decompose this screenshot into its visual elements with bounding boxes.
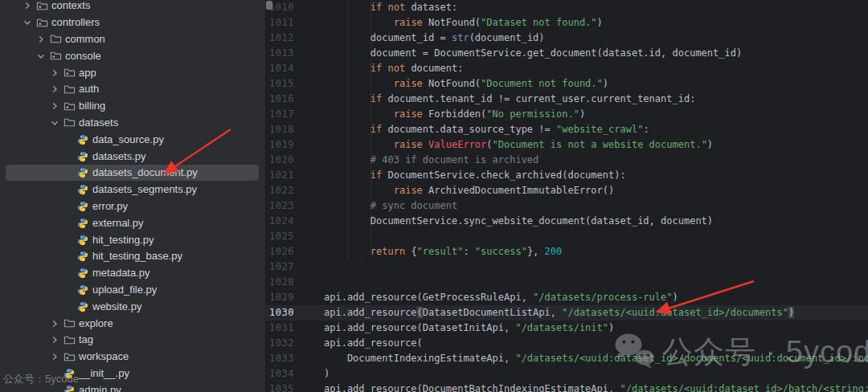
tree-item-console[interactable]: console [0,47,265,64]
code-text: if not dataset: [294,0,457,15]
code-line-1011[interactable]: 1011 raise NotFound("Dataset not found."… [265,15,868,31]
package-folder-icon [63,67,76,79]
tree-item-label: controllers [51,16,100,28]
tree-item-datasets_segments.py[interactable]: datasets_segments.py [0,182,265,198]
code-line-1018[interactable]: 1018 if document.data_source_type != "we… [265,122,868,137]
tree-item-label: billing [79,100,105,112]
tree-item-label: admin.py [79,384,121,392]
code-text: if document.tenant_id != current_user.cu… [294,92,695,107]
code-line-1032[interactable]: 1032api.add_resource( [265,336,868,351]
chevron-collapsed-icon[interactable] [50,352,59,361]
code-line-1028[interactable]: 1028 [265,275,868,290]
code-text: raise Forbidden("No permission.") [294,107,585,122]
tree-item-label: website.py [92,300,141,312]
folder-icon [63,84,76,96]
code-line-1035[interactable]: 1035api.add_resource(DocumentBatchIndexi… [265,382,868,392]
code-line-1026[interactable]: 1026 return {"result": "success"}, 200 [265,244,868,259]
ide-window: contextscontrollerscommonconsoleappauthb… [0,0,868,392]
tree-item-common[interactable]: common [0,31,265,48]
chevron-collapsed-icon[interactable] [50,101,59,111]
chevron-expanded-icon[interactable] [50,118,59,128]
folder-icon [50,33,62,45]
chevron-collapsed-icon[interactable] [23,1,32,10]
tree-item-hit_testing_base.py[interactable]: hit_testing_base.py [0,248,265,265]
chevron-expanded-icon[interactable] [23,18,32,27]
tree-item-upload_file.py[interactable]: upload_file.py [0,282,265,299]
tree-item-datasets_document.py[interactable]: datasets_document.py [0,165,265,182]
code-text: api.add_resource(DocumentBatchIndexingEs… [294,382,868,392]
tree-item-website.py[interactable]: website.py [0,298,265,315]
chevron-collapsed-icon[interactable] [36,35,46,44]
code-line-1025[interactable]: 1025 [265,229,868,244]
tree-item-label: datasets [79,116,118,129]
tree-item-billing[interactable]: billing [0,98,265,115]
tree-item-hit_testing.py[interactable]: hit_testing.py [0,231,265,248]
code-line-1016[interactable]: 1016 if document.tenant_id != current_us… [265,92,868,107]
tree-item-controllers[interactable]: controllers [0,14,265,31]
splitter-handle[interactable] [266,1,272,10]
tree-item-error.py[interactable]: error.py [0,198,265,215]
tree-item-admin.py[interactable]: admin.py [0,382,265,392]
tree-item-label: hit_testing.py [92,234,154,246]
code-line-1030[interactable]: 1030api.add_resource(DatasetDocumentList… [265,305,868,321]
code-text: raise NotFound("Dataset not found.") [294,15,603,31]
tree-item-auth[interactable]: auth [0,81,265,98]
line-number: 1012 [265,31,294,46]
tree-item-app[interactable]: app [0,64,265,81]
code-text: raise ValueError("Document is not a webs… [294,137,713,153]
tree-item-label: data_source.py [92,133,164,145]
tree-item-external.py[interactable]: external.py [0,214,265,231]
code-line-1020[interactable]: 1020 # 403 if document is archived [265,153,868,168]
chevron-collapsed-icon[interactable] [50,319,59,329]
code-line-1022[interactable]: 1022 raise ArchivedDocumentImmutableErro… [265,183,868,198]
code-line-1012[interactable]: 1012 document_id = str(document_id) [265,31,868,46]
project-tree-panel[interactable]: contextscontrollerscommonconsoleappauthb… [0,0,265,392]
line-number: 1014 [265,61,294,76]
python-file-icon [77,167,89,179]
package-folder-icon [63,100,76,112]
tree-item-tag[interactable]: tag [0,332,265,349]
code-line-1010[interactable]: 1010 if not dataset: [265,0,868,15]
code-line-1019[interactable]: 1019 raise ValueError("Document is not a… [265,137,868,153]
code-text: # 403 if document is archived [294,153,538,168]
code-line-1023[interactable]: 1023 # sync document [265,198,868,214]
chevron-expanded-icon[interactable] [36,51,46,61]
code-text: raise NotFound("Document not found.") [294,76,608,92]
tree-item-metadata.py[interactable]: metadata.py [0,265,265,282]
tree-item-contexts[interactable]: contexts [0,0,265,14]
code-editor[interactable]: 1010 if not dataset:1011 raise NotFound(… [265,0,868,392]
line-number: 1022 [265,183,294,198]
tree-item-explore[interactable]: explore [0,315,265,332]
tree-item-workspace[interactable]: workspace [0,349,265,365]
code-line-1013[interactable]: 1013 document = DocumentService.get_docu… [265,46,868,61]
code-line-1031[interactable]: 1031api.add_resource(DatasetInitApi, "/d… [265,321,868,336]
code-line-1021[interactable]: 1021 if DocumentService.check_archived(d… [265,168,868,183]
tree-item-datasets[interactable]: datasets [0,115,265,132]
package-folder-icon [63,351,76,363]
python-file-icon [77,300,89,312]
tree-item-label: explore [79,317,113,329]
tree-item-__init__.py[interactable]: __init__.py [0,365,265,382]
chevron-collapsed-icon[interactable] [50,84,59,94]
code-line-1015[interactable]: 1015 raise NotFound("Document not found.… [265,76,868,92]
code-text [294,229,324,244]
code-line-1034[interactable]: 1034) [265,366,868,382]
code-line-1017[interactable]: 1017 raise Forbidden("No permission.") [265,107,868,122]
chevron-collapsed-icon[interactable] [50,68,59,78]
code-text: return {"result": "success"}, 200 [294,244,562,259]
code-line-1014[interactable]: 1014 if not document: [265,61,868,76]
code-line-1024[interactable]: 1024 DocumentService.sync_website_docume… [265,214,868,229]
tree-item-data_source.py[interactable]: data_source.py [0,131,265,148]
code-line-1033[interactable]: 1033 DocumentIndexingEstimateApi, "/data… [265,351,868,366]
tree-item-label: contexts [51,0,90,11]
chevron-collapsed-icon[interactable] [50,335,59,345]
code-line-1027[interactable]: 1027 [265,259,868,275]
code-text: if not document: [294,61,463,76]
line-number: 1035 [265,382,294,392]
line-number: 1018 [265,122,294,137]
code-line-1029[interactable]: 1029api.add_resource(GetProcessRuleApi, … [265,290,868,305]
code-text: DocumentService.sync_website_document(da… [294,214,713,229]
python-file-icon [77,133,89,145]
tree-item-datasets.py[interactable]: datasets.py [0,148,265,165]
python-file-icon [77,234,89,246]
